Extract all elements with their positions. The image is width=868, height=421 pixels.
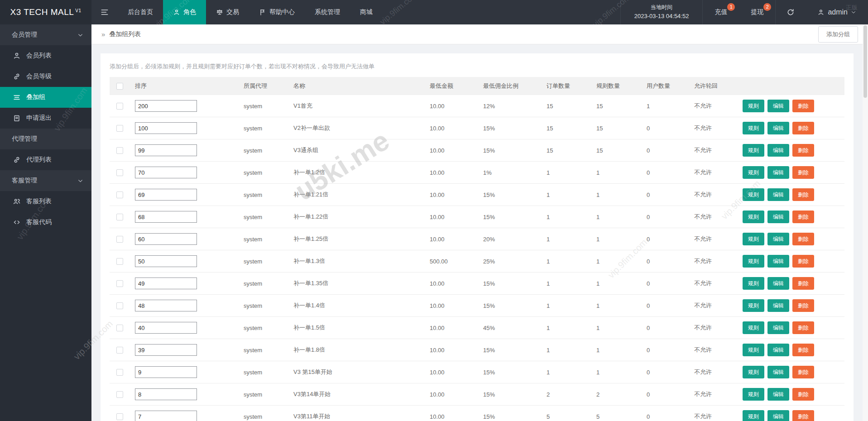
sort-input[interactable]	[135, 344, 197, 356]
refresh-button[interactable]	[775, 0, 806, 24]
edit-button[interactable]: 编辑	[767, 233, 789, 245]
sort-input[interactable]	[135, 411, 197, 421]
edit-button[interactable]: 编辑	[767, 188, 789, 201]
row-checkbox[interactable]	[116, 125, 123, 132]
edit-button[interactable]: 编辑	[767, 122, 789, 134]
vertical-scrollbar[interactable]	[863, 24, 868, 421]
withdraw-button[interactable]: 提现 2	[739, 0, 775, 24]
delete-button[interactable]: 删除	[792, 344, 814, 356]
row-checkbox[interactable]	[116, 325, 123, 331]
rule-button[interactable]: 规则	[743, 100, 764, 112]
nav-item-2[interactable]: 交易	[206, 0, 249, 24]
sidebar-group-7[interactable]: 客服管理	[0, 170, 91, 191]
delete-button[interactable]: 删除	[792, 100, 814, 112]
delete-button[interactable]: 删除	[792, 122, 814, 134]
sidebar-group-5[interactable]: 代理管理	[0, 129, 91, 149]
sort-input[interactable]	[135, 211, 197, 223]
nav-item-0[interactable]: 后台首页	[118, 0, 163, 24]
rule-button[interactable]: 规则	[743, 321, 764, 334]
nav-item-1[interactable]: 角色	[163, 0, 206, 24]
sidebar-item-1[interactable]: 会员列表	[0, 45, 91, 66]
rule-button[interactable]: 规则	[743, 233, 764, 245]
edit-button[interactable]: 编辑	[767, 410, 789, 421]
row-checkbox[interactable]	[116, 302, 123, 309]
delete-button[interactable]: 删除	[792, 388, 814, 401]
rule-button[interactable]: 规则	[743, 166, 764, 179]
edit-button[interactable]: 编辑	[767, 144, 789, 157]
delete-button[interactable]: 删除	[792, 366, 814, 378]
rule-button[interactable]: 规则	[743, 122, 764, 134]
nav-item-4[interactable]: 系统管理	[305, 0, 350, 24]
rule-button[interactable]: 规则	[743, 344, 764, 356]
rule-button[interactable]: 规则	[743, 188, 764, 201]
rule-button[interactable]: 规则	[743, 255, 764, 268]
sort-input[interactable]	[135, 322, 197, 334]
sort-input[interactable]	[135, 100, 197, 112]
row-checkbox[interactable]	[116, 214, 123, 220]
sidebar-item-3[interactable]: 叠加组	[0, 87, 91, 108]
edit-button[interactable]: 编辑	[767, 321, 789, 334]
row-checkbox[interactable]	[116, 236, 123, 243]
edit-button[interactable]: 编辑	[767, 366, 789, 378]
delete-button[interactable]: 删除	[792, 255, 814, 268]
sidebar-item-4[interactable]: 申请退出	[0, 108, 91, 129]
delete-button[interactable]: 删除	[792, 410, 814, 421]
row-checkbox[interactable]	[116, 147, 123, 154]
rule-button[interactable]: 规则	[743, 410, 764, 421]
add-group-button[interactable]: 添加分组	[818, 26, 858, 43]
sort-input[interactable]	[135, 388, 197, 400]
sort-input[interactable]	[135, 300, 197, 311]
delete-button[interactable]: 删除	[792, 188, 814, 201]
rule-button[interactable]: 规则	[743, 144, 764, 157]
edit-button[interactable]: 编辑	[767, 388, 789, 401]
sidebar-item-8[interactable]: 客服列表	[0, 191, 91, 212]
edit-button[interactable]: 编辑	[767, 277, 789, 290]
recharge-button[interactable]: 充值 1	[703, 0, 739, 24]
row-checkbox[interactable]	[116, 347, 123, 354]
sort-input[interactable]	[135, 189, 197, 201]
sort-input[interactable]	[135, 277, 197, 289]
rule-button[interactable]: 规则	[743, 366, 764, 378]
scrollbar-thumb[interactable]	[863, 25, 867, 98]
sort-input[interactable]	[135, 366, 197, 378]
edit-button[interactable]: 编辑	[767, 255, 789, 268]
row-checkbox[interactable]	[116, 280, 123, 287]
delete-button[interactable]: 删除	[792, 321, 814, 334]
edit-button[interactable]: 编辑	[767, 299, 789, 312]
sidebar-group-0[interactable]: 会员管理	[0, 24, 91, 45]
nav-item-3[interactable]: 帮助中心	[249, 0, 305, 24]
row-checkbox[interactable]	[116, 369, 123, 376]
row-checkbox[interactable]	[116, 258, 123, 265]
rule-button[interactable]: 规则	[743, 210, 764, 223]
row-checkbox[interactable]	[116, 169, 123, 176]
rule-button[interactable]: 规则	[743, 277, 764, 290]
rule-button[interactable]: 规则	[743, 299, 764, 312]
delete-button[interactable]: 删除	[792, 277, 814, 290]
delete-button[interactable]: 删除	[792, 233, 814, 245]
row-checkbox[interactable]	[116, 103, 123, 110]
delete-button[interactable]: 删除	[792, 144, 814, 157]
sort-input[interactable]	[135, 233, 197, 245]
row-checkbox[interactable]	[116, 191, 123, 198]
sidebar-item-6[interactable]: 代理列表	[0, 149, 91, 170]
sort-input[interactable]	[135, 167, 197, 178]
sort-input[interactable]	[135, 255, 197, 267]
edit-button[interactable]: 编辑	[767, 100, 789, 112]
edit-button[interactable]: 编辑	[767, 166, 789, 179]
sort-input[interactable]	[135, 144, 197, 156]
sidebar-toggle-button[interactable]	[91, 0, 118, 24]
delete-button[interactable]: 删除	[792, 299, 814, 312]
edit-button[interactable]: 编辑	[767, 344, 789, 356]
sidebar-item-2[interactable]: 会员等级	[0, 66, 91, 87]
edit-button[interactable]: 编辑	[767, 210, 789, 223]
admin-menu[interactable]: admin	[806, 0, 868, 24]
rule-button[interactable]: 规则	[743, 388, 764, 401]
select-all-checkbox[interactable]	[116, 83, 123, 90]
sidebar-item-9[interactable]: 客服代码	[0, 212, 91, 233]
row-checkbox[interactable]	[116, 391, 123, 398]
delete-button[interactable]: 删除	[792, 210, 814, 223]
row-checkbox[interactable]	[116, 413, 123, 420]
sort-input[interactable]	[135, 122, 197, 134]
delete-button[interactable]: 删除	[792, 166, 814, 179]
nav-item-5[interactable]: 商城	[350, 0, 383, 24]
